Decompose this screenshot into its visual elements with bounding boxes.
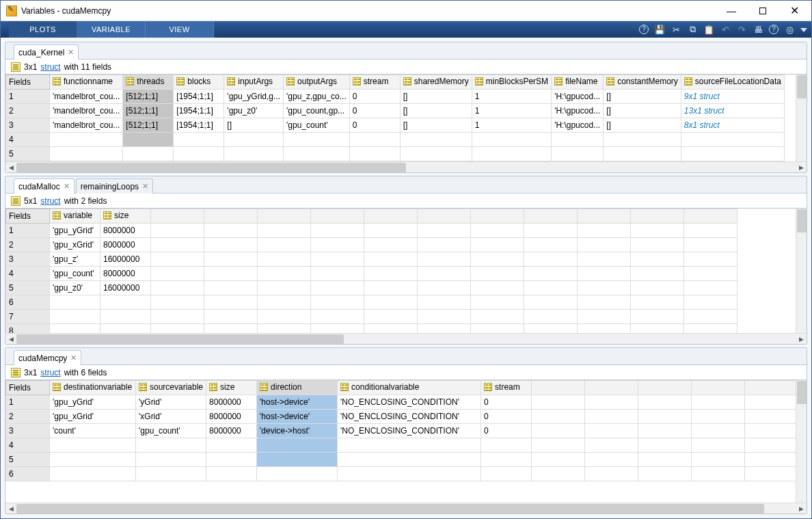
- vscroll-bot[interactable]: [796, 380, 807, 503]
- collapse-ribbon-icon[interactable]: [800, 28, 807, 32]
- cell[interactable]: 8000000: [100, 224, 151, 238]
- cell[interactable]: 0: [349, 90, 400, 104]
- row-number[interactable]: 8: [6, 324, 50, 334]
- col-header-sourceFileLocationData[interactable]: sourceFileLocationData: [681, 75, 784, 90]
- table-row[interactable]: 4: [6, 438, 796, 453]
- cell[interactable]: 8000000: [206, 410, 257, 424]
- cell[interactable]: 'device->host': [257, 424, 338, 438]
- cell[interactable]: 'mandelbrot_cou...: [50, 104, 123, 118]
- cell[interactable]: 16000000: [100, 281, 151, 295]
- cell[interactable]: 8000000: [100, 238, 151, 252]
- col-header-outputArgs[interactable]: outputArgs: [284, 75, 350, 90]
- cell[interactable]: 'gpu_count': [284, 118, 350, 133]
- cell[interactable]: 'gpu_z,gpu_co...: [284, 90, 350, 104]
- cell[interactable]: 'gpu_yGrid': [50, 224, 100, 238]
- vscroll-mid[interactable]: [796, 209, 807, 333]
- cell[interactable]: 'H:\gpucod...: [552, 104, 604, 118]
- cell[interactable]: 'gpu_xGrid': [50, 238, 100, 252]
- tab-remaining-loops[interactable]: remainingLoops ✕: [76, 178, 153, 194]
- col-header-size[interactable]: size: [100, 209, 151, 224]
- cell[interactable]: []: [604, 90, 681, 104]
- row-number[interactable]: 3: [6, 252, 50, 267]
- table-row[interactable]: 4'gpu_count'8000000: [6, 267, 737, 281]
- cell[interactable]: []: [400, 118, 472, 133]
- cell[interactable]: []: [604, 118, 681, 133]
- hscroll-bot[interactable]: ◀ ▶: [5, 503, 807, 514]
- col-header-direction[interactable]: direction: [257, 381, 338, 395]
- table-row[interactable]: 3'count''gpu_count'8000000'device->host'…: [6, 424, 796, 438]
- table-row[interactable]: 3'mandelbrot_cou...[512;1;1][1954;1;1][]…: [6, 118, 785, 133]
- cell[interactable]: 'xGrid': [136, 410, 206, 424]
- row-number[interactable]: 5: [6, 281, 50, 295]
- cell[interactable]: [512;1;1]: [123, 104, 174, 118]
- table-row[interactable]: 5: [6, 147, 785, 161]
- redo-icon[interactable]: ↷: [736, 24, 747, 35]
- save-icon[interactable]: 💾: [654, 24, 665, 35]
- vscroll-top[interactable]: [796, 75, 807, 161]
- cell[interactable]: 'gpu_yGrid': [50, 395, 136, 410]
- table-row[interactable]: 3'gpu_z'16000000: [6, 252, 737, 267]
- tab-cuda-malloc[interactable]: cudaMalloc ✕: [14, 178, 75, 194]
- scroll-left-icon[interactable]: ◀: [5, 162, 16, 173]
- close-icon[interactable]: ✕: [68, 48, 74, 57]
- table-row[interactable]: 2'gpu_xGrid''xGrid'8000000'host->device'…: [6, 410, 796, 424]
- close-icon[interactable]: ✕: [142, 182, 148, 191]
- table-row[interactable]: 4: [6, 133, 785, 147]
- cell[interactable]: 'host->device': [257, 395, 338, 410]
- col-header-minBlocksPerSM[interactable]: minBlocksPerSM: [472, 75, 551, 90]
- table-row[interactable]: 8: [6, 324, 737, 334]
- struct-link[interactable]: struct: [40, 196, 60, 206]
- grid-mid[interactable]: Fieldsvariablesize1'gpu_yGrid'80000002'g…: [5, 209, 796, 333]
- table-row[interactable]: 5'gpu_z0'16000000: [6, 281, 737, 295]
- struct-link[interactable]: struct: [40, 368, 60, 377]
- row-number[interactable]: 6: [6, 467, 50, 481]
- cell[interactable]: 1: [472, 104, 551, 118]
- cell[interactable]: [1954;1;1]: [174, 90, 224, 104]
- cell[interactable]: 8000000: [206, 424, 257, 438]
- row-number[interactable]: 3: [6, 118, 50, 133]
- struct-link[interactable]: 9x1 struct: [684, 92, 720, 101]
- cell[interactable]: 8000000: [100, 267, 151, 281]
- scroll-left-icon[interactable]: ◀: [5, 334, 16, 345]
- help2-icon[interactable]: ?: [769, 25, 779, 34]
- row-number[interactable]: 2: [6, 104, 50, 118]
- row-number[interactable]: 1: [6, 90, 50, 104]
- cell[interactable]: [512;1;1]: [123, 118, 174, 133]
- cell[interactable]: 8000000: [206, 395, 257, 410]
- close-icon[interactable]: ✕: [64, 182, 70, 191]
- col-header-stream[interactable]: stream: [349, 75, 400, 90]
- cell[interactable]: 'gpu_z0': [224, 104, 284, 118]
- cell[interactable]: 'NO_ENCLOSING_CONDITION': [338, 424, 481, 438]
- table-row[interactable]: 7: [6, 310, 737, 324]
- cell[interactable]: 0: [481, 395, 532, 410]
- table-row[interactable]: 2'mandelbrot_cou...[512;1;1][1954;1;1]'g…: [6, 104, 785, 118]
- paste-icon[interactable]: 📋: [703, 24, 714, 35]
- cell[interactable]: []: [400, 104, 472, 118]
- cell[interactable]: 'H:\gpucod...: [552, 118, 604, 133]
- col-header-fileName[interactable]: fileName: [552, 75, 604, 90]
- ribbon-tab-view[interactable]: VIEW: [146, 21, 214, 38]
- tab-cuda-kernel[interactable]: cuda_Kernel ✕: [14, 44, 79, 59]
- cell[interactable]: 'H:\gpucod...: [552, 90, 604, 104]
- tab-cuda-memcpy[interactable]: cudaMemcpy ✕: [14, 350, 81, 365]
- cell[interactable]: 0: [481, 410, 532, 424]
- cut-icon[interactable]: ✂: [671, 24, 681, 35]
- hscroll-mid[interactable]: ◀ ▶: [5, 333, 807, 344]
- cell[interactable]: 'mandelbrot_cou...: [50, 90, 123, 104]
- col-header-size[interactable]: size: [206, 381, 257, 395]
- cell[interactable]: [512;1;1]: [123, 90, 174, 104]
- scroll-right-icon[interactable]: ▶: [796, 162, 807, 173]
- copy-icon[interactable]: ⧉: [687, 24, 698, 35]
- cell[interactable]: []: [400, 90, 472, 104]
- row-number[interactable]: 6: [6, 295, 50, 310]
- row-number[interactable]: 2: [6, 410, 50, 424]
- close-button[interactable]: ✕: [779, 1, 810, 21]
- row-number[interactable]: 5: [6, 147, 50, 161]
- cell[interactable]: 'gpu_count,gp...: [284, 104, 350, 118]
- scroll-right-icon[interactable]: ▶: [796, 334, 807, 345]
- cell[interactable]: 1: [472, 118, 551, 133]
- hscroll-top[interactable]: ◀ ▶: [5, 161, 807, 172]
- ribbon-tab-variable[interactable]: VARIABLE: [77, 21, 146, 38]
- cell[interactable]: [1954;1;1]: [174, 118, 224, 133]
- cell[interactable]: 'gpu_z': [50, 252, 100, 267]
